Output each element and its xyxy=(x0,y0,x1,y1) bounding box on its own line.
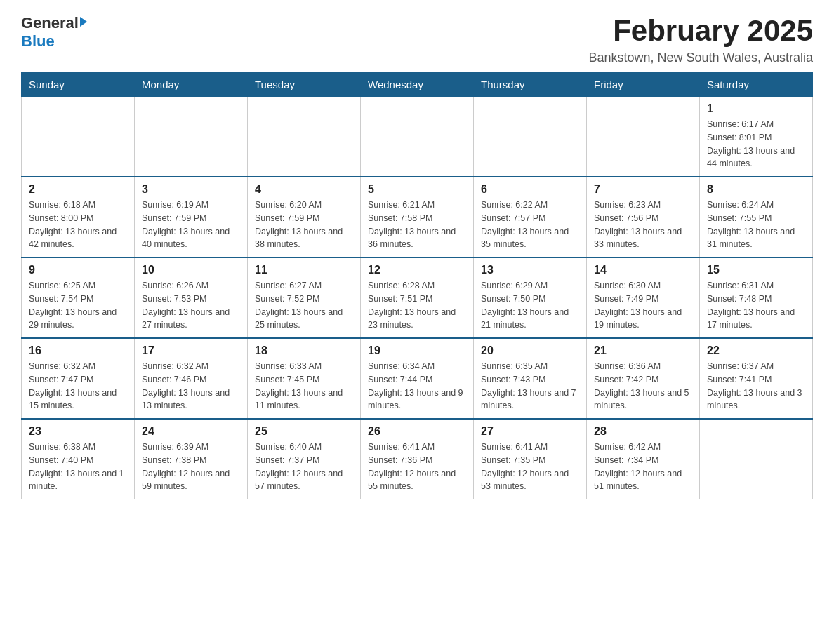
day-info: Sunrise: 6:25 AMSunset: 7:54 PMDaylight:… xyxy=(29,279,127,332)
calendar-cell: 27Sunrise: 6:41 AMSunset: 7:35 PMDayligh… xyxy=(474,419,587,499)
day-info: Sunrise: 6:17 AMSunset: 8:01 PMDaylight:… xyxy=(707,118,805,170)
day-info: Sunrise: 6:26 AMSunset: 7:53 PMDaylight:… xyxy=(142,279,240,332)
calendar-cell: 5Sunrise: 6:21 AMSunset: 7:58 PMDaylight… xyxy=(361,177,474,257)
day-info: Sunrise: 6:27 AMSunset: 7:52 PMDaylight:… xyxy=(255,279,353,332)
day-info: Sunrise: 6:31 AMSunset: 7:48 PMDaylight:… xyxy=(707,279,805,332)
day-number: 2 xyxy=(29,183,127,196)
calendar-cell xyxy=(22,97,135,177)
day-info: Sunrise: 6:34 AMSunset: 7:44 PMDaylight:… xyxy=(368,360,466,412)
day-number: 26 xyxy=(368,425,466,438)
calendar-header-saturday: Saturday xyxy=(700,73,813,97)
calendar-cell: 26Sunrise: 6:41 AMSunset: 7:36 PMDayligh… xyxy=(361,419,474,499)
day-number: 3 xyxy=(142,183,240,196)
calendar-cell: 25Sunrise: 6:40 AMSunset: 7:37 PMDayligh… xyxy=(248,419,361,499)
calendar-cell: 28Sunrise: 6:42 AMSunset: 7:34 PMDayligh… xyxy=(587,419,700,499)
calendar-week-row: 16Sunrise: 6:32 AMSunset: 7:47 PMDayligh… xyxy=(22,338,813,419)
title-area: February 2025 Bankstown, New South Wales… xyxy=(589,14,813,65)
day-info: Sunrise: 6:38 AMSunset: 7:40 PMDaylight:… xyxy=(29,441,127,493)
day-info: Sunrise: 6:42 AMSunset: 7:34 PMDaylight:… xyxy=(594,441,692,493)
day-info: Sunrise: 6:20 AMSunset: 7:59 PMDaylight:… xyxy=(255,199,353,251)
day-number: 9 xyxy=(29,264,127,276)
calendar-header-row: SundayMondayTuesdayWednesdayThursdayFrid… xyxy=(22,73,813,97)
calendar-cell: 7Sunrise: 6:23 AMSunset: 7:56 PMDaylight… xyxy=(587,177,700,257)
day-number: 12 xyxy=(368,264,466,276)
calendar-cell xyxy=(474,97,587,177)
day-number: 4 xyxy=(255,183,353,196)
day-number: 5 xyxy=(368,183,466,196)
calendar-table: SundayMondayTuesdayWednesdayThursdayFrid… xyxy=(21,72,813,499)
calendar-cell xyxy=(135,97,248,177)
calendar-cell: 12Sunrise: 6:28 AMSunset: 7:51 PMDayligh… xyxy=(361,257,474,338)
calendar-header-wednesday: Wednesday xyxy=(361,73,474,97)
calendar-cell: 4Sunrise: 6:20 AMSunset: 7:59 PMDaylight… xyxy=(248,177,361,257)
calendar-header-monday: Monday xyxy=(135,73,248,97)
day-number: 7 xyxy=(594,183,692,196)
calendar-cell xyxy=(587,97,700,177)
calendar-cell: 6Sunrise: 6:22 AMSunset: 7:57 PMDaylight… xyxy=(474,177,587,257)
calendar-header-sunday: Sunday xyxy=(22,73,135,97)
day-info: Sunrise: 6:35 AMSunset: 7:43 PMDaylight:… xyxy=(481,360,579,412)
day-number: 19 xyxy=(368,344,466,357)
day-info: Sunrise: 6:41 AMSunset: 7:35 PMDaylight:… xyxy=(481,441,579,493)
day-info: Sunrise: 6:32 AMSunset: 7:47 PMDaylight:… xyxy=(29,360,127,412)
calendar-cell: 21Sunrise: 6:36 AMSunset: 7:42 PMDayligh… xyxy=(587,338,700,419)
calendar-cell: 1Sunrise: 6:17 AMSunset: 8:01 PMDaylight… xyxy=(700,97,813,177)
calendar-cell xyxy=(700,419,813,499)
day-number: 25 xyxy=(255,425,353,438)
calendar-cell: 11Sunrise: 6:27 AMSunset: 7:52 PMDayligh… xyxy=(248,257,361,338)
day-info: Sunrise: 6:19 AMSunset: 7:59 PMDaylight:… xyxy=(142,199,240,251)
day-number: 6 xyxy=(481,183,579,196)
day-number: 15 xyxy=(707,264,805,276)
day-number: 18 xyxy=(255,344,353,357)
calendar-cell: 20Sunrise: 6:35 AMSunset: 7:43 PMDayligh… xyxy=(474,338,587,419)
calendar-cell: 15Sunrise: 6:31 AMSunset: 7:48 PMDayligh… xyxy=(700,257,813,338)
day-number: 14 xyxy=(594,264,692,276)
day-info: Sunrise: 6:32 AMSunset: 7:46 PMDaylight:… xyxy=(142,360,240,412)
calendar-cell: 10Sunrise: 6:26 AMSunset: 7:53 PMDayligh… xyxy=(135,257,248,338)
calendar-cell xyxy=(361,97,474,177)
day-number: 17 xyxy=(142,344,240,357)
day-info: Sunrise: 6:41 AMSunset: 7:36 PMDaylight:… xyxy=(368,441,466,493)
day-info: Sunrise: 6:40 AMSunset: 7:37 PMDaylight:… xyxy=(255,441,353,493)
calendar-cell: 14Sunrise: 6:30 AMSunset: 7:49 PMDayligh… xyxy=(587,257,700,338)
day-number: 20 xyxy=(481,344,579,357)
logo-arrow-icon xyxy=(80,17,87,27)
day-info: Sunrise: 6:33 AMSunset: 7:45 PMDaylight:… xyxy=(255,360,353,412)
day-number: 16 xyxy=(29,344,127,357)
calendar-cell: 18Sunrise: 6:33 AMSunset: 7:45 PMDayligh… xyxy=(248,338,361,419)
day-info: Sunrise: 6:22 AMSunset: 7:57 PMDaylight:… xyxy=(481,199,579,251)
calendar-cell: 23Sunrise: 6:38 AMSunset: 7:40 PMDayligh… xyxy=(22,419,135,499)
day-number: 11 xyxy=(255,264,353,276)
day-number: 28 xyxy=(594,425,692,438)
calendar-cell: 17Sunrise: 6:32 AMSunset: 7:46 PMDayligh… xyxy=(135,338,248,419)
day-number: 8 xyxy=(707,183,805,196)
logo-general-text: General xyxy=(21,14,79,32)
calendar-cell xyxy=(248,97,361,177)
calendar-cell: 2Sunrise: 6:18 AMSunset: 8:00 PMDaylight… xyxy=(22,177,135,257)
day-info: Sunrise: 6:23 AMSunset: 7:56 PMDaylight:… xyxy=(594,199,692,251)
calendar-cell: 3Sunrise: 6:19 AMSunset: 7:59 PMDaylight… xyxy=(135,177,248,257)
calendar-week-row: 9Sunrise: 6:25 AMSunset: 7:54 PMDaylight… xyxy=(22,257,813,338)
calendar-cell: 13Sunrise: 6:29 AMSunset: 7:50 PMDayligh… xyxy=(474,257,587,338)
calendar-header-tuesday: Tuesday xyxy=(248,73,361,97)
calendar-week-row: 2Sunrise: 6:18 AMSunset: 8:00 PMDaylight… xyxy=(22,177,813,257)
calendar-header-thursday: Thursday xyxy=(474,73,587,97)
calendar-cell: 22Sunrise: 6:37 AMSunset: 7:41 PMDayligh… xyxy=(700,338,813,419)
day-info: Sunrise: 6:36 AMSunset: 7:42 PMDaylight:… xyxy=(594,360,692,412)
page-header: General Blue February 2025 Bankstown, Ne… xyxy=(21,14,813,65)
location-subtitle: Bankstown, New South Wales, Australia xyxy=(589,51,813,65)
calendar-cell: 24Sunrise: 6:39 AMSunset: 7:38 PMDayligh… xyxy=(135,419,248,499)
logo-blue-text: Blue xyxy=(21,32,55,51)
day-number: 21 xyxy=(594,344,692,357)
day-info: Sunrise: 6:21 AMSunset: 7:58 PMDaylight:… xyxy=(368,199,466,251)
day-number: 1 xyxy=(707,102,805,115)
day-number: 22 xyxy=(707,344,805,357)
calendar-week-row: 23Sunrise: 6:38 AMSunset: 7:40 PMDayligh… xyxy=(22,419,813,499)
calendar-header-friday: Friday xyxy=(587,73,700,97)
day-number: 24 xyxy=(142,425,240,438)
calendar-week-row: 1Sunrise: 6:17 AMSunset: 8:01 PMDaylight… xyxy=(22,97,813,177)
day-number: 10 xyxy=(142,264,240,276)
day-number: 23 xyxy=(29,425,127,438)
day-info: Sunrise: 6:18 AMSunset: 8:00 PMDaylight:… xyxy=(29,199,127,251)
day-info: Sunrise: 6:30 AMSunset: 7:49 PMDaylight:… xyxy=(594,279,692,332)
